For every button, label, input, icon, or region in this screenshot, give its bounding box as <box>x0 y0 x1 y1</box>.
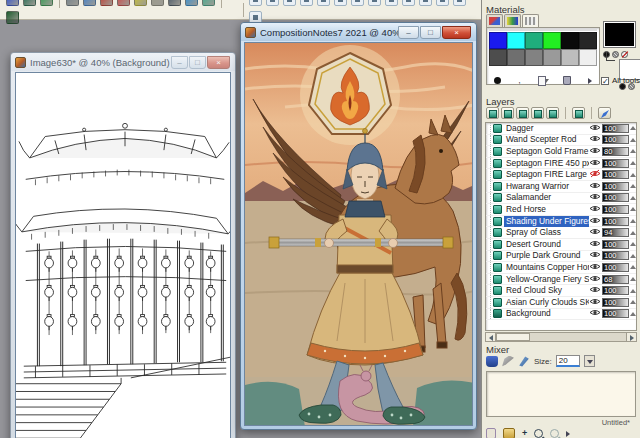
rainbow-tab[interactable] <box>504 14 521 27</box>
layer-visibility-eye-icon[interactable] <box>589 134 602 145</box>
layer-name[interactable]: Septagon Gold Frame <box>504 146 589 157</box>
layer-row[interactable]: Yellow-Orange Fiery SKY68 <box>486 274 636 286</box>
layer-visibility-eye-icon[interactable] <box>589 181 602 192</box>
layer-opacity-slider[interactable]: 100 <box>602 135 629 144</box>
layer-name[interactable]: Septagon FIRE Large <box>504 169 589 180</box>
frame-tab[interactable] <box>486 14 503 27</box>
minimize-button[interactable]: – <box>398 26 419 39</box>
blue-drop-icon[interactable] <box>185 0 198 6</box>
layer-row[interactable]: Septagon Gold Frame80 <box>486 146 636 158</box>
layer-name[interactable]: Spray of Glass <box>504 227 589 238</box>
color-swatch[interactable] <box>507 32 525 49</box>
new-mask-layer-icon[interactable] <box>546 107 559 119</box>
layer-opacity-slider[interactable]: 100 <box>602 309 629 318</box>
layer-opacity-slider[interactable]: 100 <box>602 240 629 249</box>
layer-opacity-slider[interactable]: 100 <box>602 217 629 226</box>
layer-name[interactable]: Salamander <box>504 192 589 203</box>
layer-visibility-eye-icon[interactable] <box>589 297 602 308</box>
layer-opacity-slider[interactable]: 100 <box>602 124 629 133</box>
color-swatch[interactable] <box>579 32 597 49</box>
layer-row[interactable]: Wand Scepter Rod100 <box>486 135 636 147</box>
red-badge-icon[interactable] <box>117 0 130 6</box>
color-swatch[interactable] <box>543 32 561 49</box>
layer-visibility-eye-icon[interactable] <box>589 308 602 319</box>
color-swatch[interactable] <box>561 32 579 49</box>
printer-icon[interactable] <box>385 0 398 6</box>
layers-horizontal-scrollbar[interactable] <box>485 332 637 342</box>
layer-visibility-eye-icon[interactable] <box>589 285 602 296</box>
layer-visibility-eye-icon[interactable] <box>589 123 602 134</box>
color-swatch[interactable] <box>489 32 507 49</box>
layer-opacity-slider[interactable]: 100 <box>602 205 629 214</box>
layer-opacity-slider[interactable]: 68 <box>602 275 629 284</box>
layer-row[interactable]: Red Horse100 <box>486 204 636 216</box>
add-icon[interactable]: + <box>522 428 527 438</box>
new-art-media-layer-icon[interactable] <box>516 107 529 119</box>
layer-row[interactable]: Red Cloud Sky100 <box>486 285 636 297</box>
opacity-slider-thumb-icon[interactable] <box>630 207 636 211</box>
edit-selection-icon[interactable] <box>598 107 611 119</box>
layer-name[interactable]: Dagger <box>504 123 589 134</box>
undo-icon[interactable] <box>249 0 262 6</box>
mixer-canvas[interactable] <box>486 371 636 417</box>
opacity-slider-thumb-icon[interactable] <box>630 161 636 165</box>
brush-dot-icon[interactable] <box>494 77 501 84</box>
layer-name[interactable]: Red Cloud Sky <box>504 285 589 296</box>
darkgreen-swatch-icon[interactable] <box>6 11 19 24</box>
color-swatch[interactable] <box>525 49 543 66</box>
layer-visibility-eye-icon[interactable] <box>589 192 602 203</box>
new-swatch-icon[interactable] <box>538 76 546 86</box>
size-input[interactable]: 20 <box>556 355 580 367</box>
zoom-in-icon[interactable] <box>534 429 543 438</box>
foreground-color-swatch[interactable] <box>603 21 636 48</box>
open-folder-icon[interactable] <box>503 428 515 438</box>
layer-opacity-slider[interactable]: 100 <box>602 193 629 202</box>
red-flag-icon[interactable] <box>100 0 113 6</box>
delete-layer-icon[interactable] <box>572 107 585 119</box>
layer-name[interactable]: Desert Ground <box>504 239 589 250</box>
layer-visibility-eye-icon[interactable] <box>589 239 602 250</box>
minimize-button[interactable]: – <box>171 56 188 69</box>
composition-window[interactable]: CompositionNotes7 2021 @ 40% (Shading Un… <box>240 22 477 430</box>
globe-icon[interactable] <box>83 0 96 6</box>
paint-tube-icon[interactable] <box>486 356 498 367</box>
opacity-slider-thumb-icon[interactable] <box>630 242 636 246</box>
layer-row[interactable]: Desert Ground100 <box>486 239 636 251</box>
teal-swatch-icon[interactable] <box>202 0 215 6</box>
sort-icon[interactable]: , <box>518 75 521 86</box>
color-swatch[interactable] <box>489 49 507 66</box>
checker-swatch-icon[interactable] <box>151 0 164 6</box>
close-button[interactable]: × <box>207 56 230 69</box>
layer-visibility-eye-icon[interactable] <box>589 216 602 227</box>
layer-name[interactable]: Mountains Copper Horizon <box>504 262 589 273</box>
color-swatch[interactable] <box>525 32 543 49</box>
layer-name[interactable]: Septagon FIRE 450 px <box>504 158 589 169</box>
layer-row[interactable]: Background100 <box>486 309 636 321</box>
scroll-left-icon[interactable] <box>486 333 496 341</box>
layer-name[interactable]: Purple Dark Ground <box>504 250 589 261</box>
binoculars-icon[interactable] <box>334 0 347 6</box>
layout-icon[interactable] <box>419 0 432 6</box>
layer-row[interactable]: Asian Curly Clouds SKY100 <box>486 297 636 309</box>
layer-row[interactable]: Purple Dark Ground100 <box>486 251 636 263</box>
layer-opacity-slider[interactable]: 100 <box>602 251 629 260</box>
opacity-slider-thumb-icon[interactable] <box>630 265 636 269</box>
maximize-button[interactable]: □ <box>420 26 441 39</box>
layer-visibility-eye-icon[interactable] <box>589 274 602 285</box>
close-button[interactable]: × <box>442 26 471 39</box>
new-vector-layer-icon[interactable] <box>501 107 514 119</box>
frame-icon[interactable] <box>402 0 415 6</box>
layer-opacity-slider[interactable]: 100 <box>602 159 629 168</box>
layer-row[interactable]: Septagon FIRE 450 px100 <box>486 158 636 170</box>
opacity-slider-thumb-icon[interactable] <box>630 277 636 281</box>
scroll-thumb[interactable] <box>496 333 530 341</box>
layer-visibility-eye-icon[interactable] <box>589 227 602 238</box>
color-swatch[interactable] <box>543 49 561 66</box>
opacity-slider-thumb-icon[interactable] <box>630 289 636 293</box>
layer-visibility-eye-icon[interactable] <box>589 158 602 169</box>
tag-icon[interactable] <box>351 0 364 6</box>
swap-colors-icon[interactable] <box>606 52 615 61</box>
layer-opacity-slider[interactable]: 100 <box>602 286 629 295</box>
layer-row[interactable]: Septagon FIRE Large100 <box>486 169 636 181</box>
script-blue-sphere-icon[interactable] <box>6 0 19 6</box>
